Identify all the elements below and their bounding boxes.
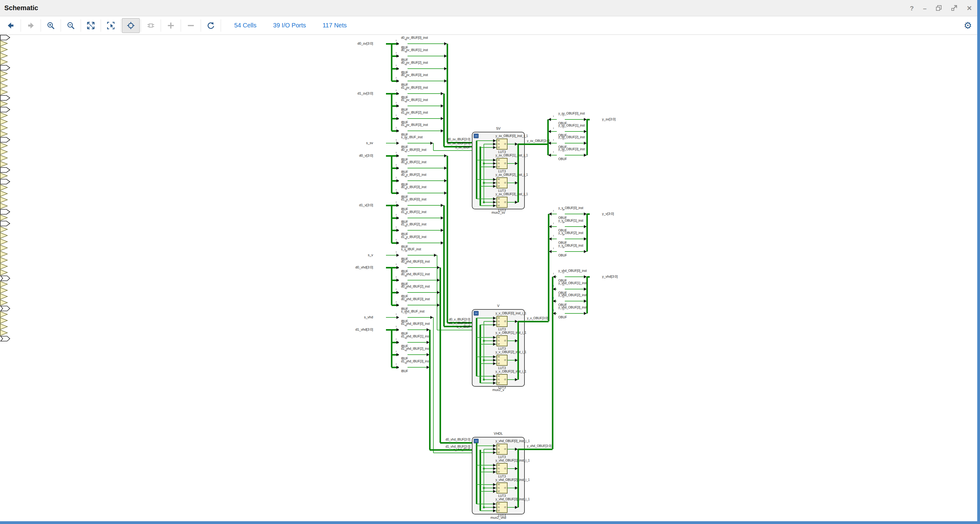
obuf-gate[interactable] xyxy=(0,257,8,263)
remove-button[interactable] xyxy=(182,18,200,33)
regenerate-button[interactable] xyxy=(202,18,220,33)
ibuf-gate[interactable] xyxy=(0,161,8,167)
net[interactable] xyxy=(518,143,525,145)
net[interactable] xyxy=(407,243,444,243)
cells-count-link[interactable]: 54 Cells xyxy=(234,22,256,29)
net[interactable] xyxy=(391,330,393,367)
ibuf-gate[interactable] xyxy=(0,215,8,221)
net[interactable] xyxy=(547,119,549,155)
net[interactable] xyxy=(479,325,481,383)
close-icon[interactable]: ✕ xyxy=(966,5,972,11)
ibuf-gate[interactable] xyxy=(0,131,8,137)
ibuf-gate[interactable] xyxy=(0,59,8,65)
net[interactable] xyxy=(407,143,433,143)
net[interactable] xyxy=(407,168,447,169)
obuf-gate[interactable] xyxy=(0,330,8,336)
net[interactable] xyxy=(517,144,519,202)
ibuf-gate[interactable] xyxy=(0,112,8,118)
net[interactable] xyxy=(447,156,448,323)
ibuf-gate[interactable] xyxy=(0,245,8,251)
ibuf-gate[interactable] xyxy=(0,191,8,197)
net[interactable] xyxy=(517,322,519,380)
net[interactable] xyxy=(518,449,525,450)
net[interactable] xyxy=(476,443,477,504)
obuf-gate[interactable] xyxy=(0,251,8,257)
input-port[interactable] xyxy=(0,107,11,112)
ibuf-gate[interactable] xyxy=(0,149,8,155)
input-port[interactable] xyxy=(0,137,11,143)
net[interactable] xyxy=(443,205,445,327)
input-port[interactable] xyxy=(0,95,11,101)
io-ports-count-link[interactable]: 39 I/O Ports xyxy=(273,22,306,29)
input-port[interactable] xyxy=(0,179,11,185)
net[interactable] xyxy=(407,267,440,268)
net[interactable] xyxy=(391,268,393,305)
zoom-to-selection-button[interactable] xyxy=(102,18,120,33)
ibuf-gate[interactable] xyxy=(0,185,8,191)
net[interactable] xyxy=(525,321,549,322)
net[interactable] xyxy=(433,143,434,151)
ibuf-gate[interactable] xyxy=(0,76,8,83)
settings-gear-icon[interactable]: ⚙ xyxy=(964,21,972,30)
autofit-selection-button[interactable] xyxy=(122,18,140,33)
net[interactable] xyxy=(552,277,554,449)
net[interactable] xyxy=(484,449,484,507)
net[interactable] xyxy=(479,450,481,511)
obuf-gate[interactable] xyxy=(0,287,8,293)
obuf-gate[interactable] xyxy=(0,311,8,317)
net[interactable] xyxy=(518,321,525,322)
obuf-gate[interactable] xyxy=(0,281,8,287)
ibuf-gate[interactable] xyxy=(0,197,8,203)
ibuf-gate[interactable] xyxy=(0,125,8,131)
net[interactable] xyxy=(439,268,441,443)
net[interactable] xyxy=(586,277,588,314)
ibuf-gate[interactable] xyxy=(0,40,8,46)
net[interactable] xyxy=(429,330,431,450)
ibuf-gate[interactable] xyxy=(0,46,8,53)
net[interactable] xyxy=(391,205,393,243)
ibuf-gate[interactable] xyxy=(0,143,8,149)
collapse-button[interactable]: − xyxy=(474,134,479,138)
input-port[interactable] xyxy=(0,221,11,226)
net[interactable] xyxy=(433,317,434,453)
forward-button[interactable] xyxy=(22,18,40,33)
add-button[interactable] xyxy=(162,18,180,33)
collapse-button[interactable]: − xyxy=(474,311,479,315)
obuf-gate[interactable] xyxy=(0,293,8,299)
help-icon[interactable]: ? xyxy=(910,5,914,11)
net[interactable] xyxy=(391,156,393,193)
net[interactable] xyxy=(407,180,447,181)
obuf-gate[interactable] xyxy=(0,269,8,276)
ibuf-gate[interactable] xyxy=(0,226,8,233)
restore-icon[interactable] xyxy=(935,5,942,11)
net[interactable] xyxy=(407,68,447,69)
net[interactable] xyxy=(587,213,590,215)
net[interactable] xyxy=(447,44,448,143)
net[interactable] xyxy=(407,56,447,56)
schematic-canvas[interactable]: d0_sv[3:0]IOd0_sv_IBUF[0]_instIBUFIOd0_s… xyxy=(0,35,980,521)
ibuf-gate[interactable] xyxy=(0,173,8,179)
zoom-in-button[interactable] xyxy=(42,18,60,33)
zoom-fit-button[interactable] xyxy=(82,18,100,33)
net[interactable] xyxy=(586,214,588,252)
obuf-gate[interactable] xyxy=(0,323,8,330)
input-port[interactable] xyxy=(0,35,11,40)
net[interactable] xyxy=(476,141,477,199)
expand-cone-button[interactable] xyxy=(142,18,160,33)
output-port[interactable] xyxy=(0,276,11,281)
maximize-icon[interactable] xyxy=(951,5,957,11)
input-port[interactable] xyxy=(0,65,11,70)
net[interactable] xyxy=(407,205,444,205)
net[interactable] xyxy=(407,218,444,218)
net[interactable] xyxy=(407,81,447,81)
net[interactable] xyxy=(407,292,440,293)
net[interactable] xyxy=(479,147,481,205)
net[interactable] xyxy=(407,118,444,119)
ibuf-gate[interactable] xyxy=(0,70,8,76)
ibuf-gate[interactable] xyxy=(0,101,8,107)
net[interactable] xyxy=(525,449,552,450)
net[interactable] xyxy=(407,93,444,94)
net[interactable] xyxy=(407,156,447,156)
net[interactable] xyxy=(407,193,447,193)
ibuf-gate[interactable] xyxy=(0,239,8,245)
